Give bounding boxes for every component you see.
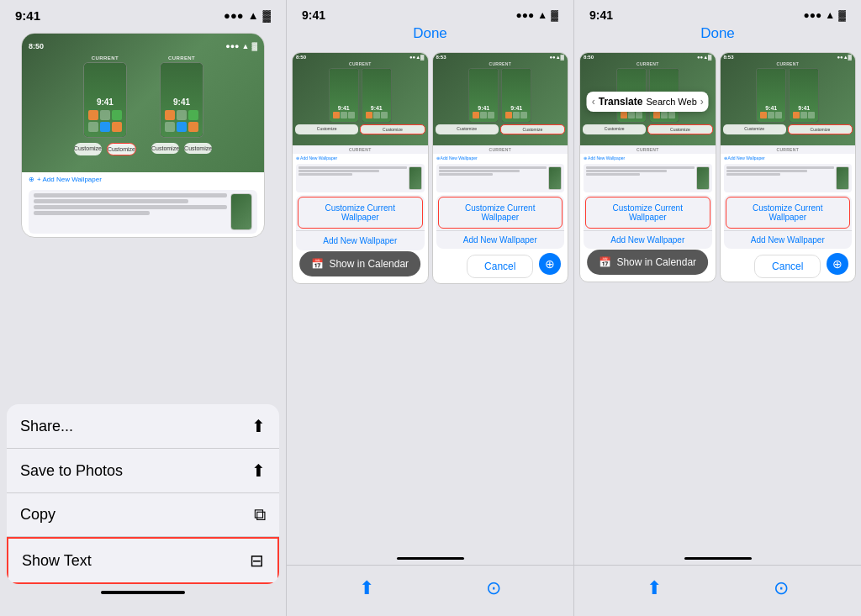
col1-ss-left: 8:50 ●●▲▓ CURRENT 9:41 [292,52,429,284]
phone-minis-container: CURRENT 9:41 [69,55,217,159]
col1-time: 9:41 [302,8,325,22]
col2-modal-r: Customize Current Wallpaper Add New Wall… [724,195,853,249]
col2-customize-btn-r2[interactable]: Customize [788,124,853,134]
col2-battery-icon: ▓ [838,9,846,21]
battery-icon: ▓ [263,9,271,22]
col2-done-container: Done [574,25,861,47]
translate-bar[interactable]: ‹ Translate Search Web › [587,92,709,112]
col1-customize-btn-r2[interactable]: Customize [500,124,565,134]
col1-phone-r: 9:41 [362,68,392,123]
col1-dl3 [298,173,352,176]
app-icon-1 [88,110,98,120]
col2-dr2 [726,170,807,172]
col2-customize-btn-r1[interactable]: Customize [723,124,786,134]
phone-mini-screen-right: 9:41 [161,63,203,137]
col2-cancel-btn[interactable]: Cancel [754,255,821,278]
wallpaper-label-right: CURRENT 9:41 [146,55,217,159]
signal-icon: ●●● [224,9,244,22]
col1-phone-r2-screen: 9:41 [502,69,531,122]
col1-phone-l-grid [332,111,356,119]
show-text-item[interactable]: Show Text ⊟ [7,537,279,584]
col2-signal-icon: ●●● [804,9,822,21]
col2-dr3 [726,173,780,176]
col2-content: 8:50 ●●▲▓ CURRENT 9:41 [574,47,861,554]
col1-ss-right: 8:53 ●●▲▓ CURRENT 9:41 [432,52,569,284]
save-label: Save to Photos [20,462,123,480]
col2-done-btn[interactable]: Done [700,25,735,41]
col2-customize-btn-l2[interactable]: Customize [647,124,712,134]
col1-show-calendar-pill[interactable]: 📅 Show in Calendar [299,251,420,276]
col2-add-new-btn[interactable]: Add New Wallpaper [584,230,712,249]
col1-screenshot-pair: 8:50 ●●▲▓ CURRENT 9:41 [292,52,568,284]
col2-show-calendar-pill[interactable]: 📅 Show in Calendar [587,250,708,275]
wallpaper-screen: 8:50 ●●●▲▓ CURRENT 9:41 [22,34,264,172]
col2-phone-r2: 9:41 [789,68,819,123]
col2-app-icon-23 [775,112,782,118]
col1-phone-l2: 9:41 [468,68,499,123]
plus-icon: ⊕ [29,176,34,183]
customize-btn-r2[interactable]: Customize [184,143,212,154]
show-text-label: Show Text [22,552,92,570]
col1-add-row-r[interactable]: ⊕ Add New Wallpaper [433,154,568,162]
col1-dl2 [298,170,379,172]
translate-search-web[interactable]: Search Web [646,97,696,107]
col1-home-indicator [397,557,464,560]
col2-add-row-r[interactable]: ⊕ Add New Wallpaper [721,154,856,162]
col1-customize-current-btn[interactable]: Customize Current Wallpaper [298,197,423,229]
share-item[interactable]: Share... ⬆ [7,404,279,449]
col2-add-new-btn-r[interactable]: Add New Wallpaper [724,230,853,249]
add-wallpaper-row[interactable]: ⊕ + Add New Wallpaper [22,172,264,187]
col2-share-icon: ⬆ [647,577,662,599]
col1-bottom-toolbar: ⬆ ⊙ [287,565,573,616]
customize-btn-2[interactable]: Customize [107,143,136,155]
col1-add-new-btn[interactable]: Add New Wallpaper [296,230,425,250]
col1-modal-r: Customize Current Wallpaper Add New Wall… [436,195,565,249]
col2-phone-r-grid [652,111,676,119]
col1-app-icon-2 [341,112,347,118]
copy-item[interactable]: Copy ⧉ [7,493,279,537]
translate-bar-next-arrow[interactable]: › [700,96,704,108]
screen-time: 8:50 [29,42,44,50]
col2-calendar-icon: 📅 [599,256,611,268]
col2-customize-btn-l1[interactable]: Customize [583,124,646,134]
save-icon: ⬆ [251,461,266,481]
col1-customize-btn-r1[interactable]: Customize [436,124,499,134]
col2-capture-btn[interactable]: ⊕ [827,253,848,275]
col2-customize-current-btn[interactable]: Customize Current Wallpaper [585,197,710,229]
translate-bar-prev-arrow[interactable]: ‹ [592,96,595,108]
col1-cancel-btn[interactable]: Cancel [467,255,533,278]
col1-dr2 [439,170,520,172]
desc-line-2 [34,199,188,203]
col1-dl1 [298,166,407,169]
col1-wallpaper-label-l: CURRENT [293,145,428,154]
customize-btn-1[interactable]: Customize [74,143,102,155]
save-photos-item[interactable]: Save to Photos ⬆ [7,449,279,493]
col1-customize-current-btn-r[interactable]: Customize Current Wallpaper [438,197,563,229]
col2-mini-phone-r [836,166,849,190]
col2-app-icon-3 [636,112,642,118]
col2-pill-container-l: 📅 Show in Calendar [580,251,716,282]
col1-share-btn[interactable]: ⬆ [359,577,374,599]
col1-add-row-l[interactable]: ⊕ Add New Wallpaper [293,154,428,162]
translate-label[interactable]: Translate [599,96,643,108]
col2-maps-btn[interactable]: ⊙ [774,577,789,599]
app-icon-r5 [177,122,187,132]
col1-phone-l2-grid [472,111,495,119]
col1-customize-btn-l2[interactable]: Customize [360,124,425,134]
customize-btn-r1[interactable]: Customize [151,143,179,154]
col1-capture-btn[interactable]: ⊕ [539,253,561,275]
col2-add-row-l[interactable]: ⊕ Add New Wallpaper [580,154,716,162]
col2-app-icon-2 [628,112,635,118]
copy-icon: ⧉ [254,505,266,524]
col2-desc-l [584,164,712,192]
col2-customize-current-btn-r[interactable]: Customize Current Wallpaper [726,197,851,229]
col1-done-btn[interactable]: Done [413,25,447,41]
col1-customize-btn-l1[interactable]: Customize [295,124,358,134]
col1-calendar-icon: 📅 [311,258,324,270]
add-wallpaper-label: + Add New Wallpaper [37,176,102,183]
col1-add-new-btn-r[interactable]: Add New Wallpaper [436,230,565,249]
right-col-2: 9:41 ●●● ▲ ▓ Done 8:50 [573,0,861,616]
col2-share-btn[interactable]: ⬆ [647,577,662,599]
col2-mini-phone-l [696,166,710,190]
col1-maps-btn[interactable]: ⊙ [486,577,501,599]
